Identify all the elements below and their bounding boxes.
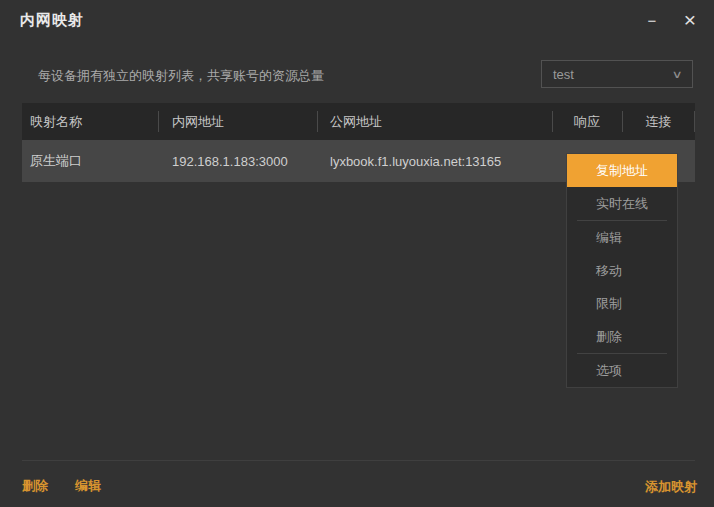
minimize-button[interactable]: −	[637, 5, 667, 35]
delete-button[interactable]: 删除	[22, 477, 48, 495]
cell-mapping-name: 原生端口	[22, 140, 158, 182]
edit-button[interactable]: 编辑	[75, 477, 101, 495]
column-header-wan-address: 公网地址	[317, 103, 552, 140]
window-title: 内网映射	[20, 11, 84, 30]
menu-item-edit[interactable]: 编辑	[567, 221, 677, 254]
menu-item-limit[interactable]: 限制	[567, 287, 677, 320]
menu-item-realtime-online[interactable]: 实时在线	[567, 187, 677, 220]
close-button[interactable]: ×	[675, 5, 705, 35]
menu-item-move[interactable]: 移动	[567, 254, 677, 287]
menu-item-delete[interactable]: 删除	[567, 320, 677, 353]
chevron-down-icon: ∨	[671, 68, 682, 81]
context-menu: 复制地址 实时在线 编辑 移动 限制 删除 选项	[566, 153, 678, 388]
column-header-response: 响应	[552, 103, 622, 140]
close-icon: ×	[684, 8, 696, 32]
table-header: 映射名称 内网地址 公网地址 响应 连接	[22, 103, 695, 140]
footer-actions-left: 删除 编辑	[22, 477, 101, 495]
cell-lan-address: 192.168.1.183:3000	[158, 140, 317, 182]
menu-item-options[interactable]: 选项	[567, 354, 677, 387]
column-header-lan-address: 内网地址	[158, 103, 317, 140]
footer-actions-right: 添加映射	[645, 477, 697, 496]
column-header-mapping-name: 映射名称	[22, 103, 158, 140]
subtitle-text: 每设备拥有独立的映射列表，共享账号的资源总量	[38, 67, 324, 85]
menu-item-copy-address[interactable]: 复制地址	[567, 154, 677, 187]
footer-divider	[22, 460, 695, 461]
column-header-connections: 连接	[622, 103, 695, 140]
minimize-icon: −	[648, 12, 657, 29]
cell-wan-address: lyxbook.f1.luyouxia.net:13165	[317, 140, 552, 182]
app-window: 内网映射 − × 每设备拥有独立的映射列表，共享账号的资源总量 test ∨ 映…	[0, 0, 714, 507]
titlebar: 内网映射 − ×	[0, 0, 714, 40]
add-mapping-button[interactable]: 添加映射	[645, 479, 697, 494]
device-dropdown[interactable]: test ∨	[541, 60, 693, 88]
device-dropdown-value: test	[553, 67, 574, 82]
